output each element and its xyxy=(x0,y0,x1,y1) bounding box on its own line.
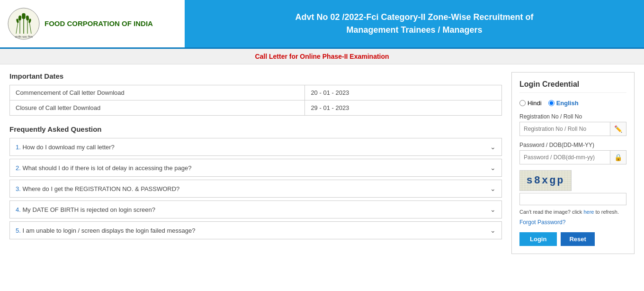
lang-english-radio[interactable] xyxy=(548,100,555,106)
chevron-down-icon: ⌄ xyxy=(490,143,496,151)
date-label: Commencement of Call letter Download xyxy=(10,85,305,100)
main-content: Important Dates Commencement of Call let… xyxy=(0,64,644,262)
reg-input[interactable] xyxy=(520,123,610,135)
login-button[interactable]: Login xyxy=(519,232,557,246)
sub-header-text: Call Letter for Online Phase-II Examinat… xyxy=(255,53,389,60)
lang-hindi-label: Hindi xyxy=(528,100,542,107)
chevron-down-icon: ⌄ xyxy=(490,164,496,172)
pass-label: Password / DOB(DD-MM-YY) xyxy=(519,142,626,148)
lock-icon: 🔒 xyxy=(610,151,626,164)
chevron-down-icon: ⌄ xyxy=(490,206,496,213)
lang-english-label: English xyxy=(556,100,579,107)
org-name: FOOD CORPORATION OF INDIA xyxy=(45,19,153,28)
pass-input[interactable] xyxy=(520,151,610,164)
captcha-area: s8xgp xyxy=(519,170,626,205)
captcha-input[interactable] xyxy=(519,193,626,205)
login-panel: Login Credential Hindi English Registrat… xyxy=(511,72,635,254)
button-row: Login Reset xyxy=(519,232,626,246)
faq-item[interactable]: 4. My DATE OF BIRTH is rejected on login… xyxy=(9,200,502,218)
faq-list: 1. How do I download my call letter?⌄2. … xyxy=(9,138,502,239)
faq-text: 4. My DATE OF BIRTH is rejected on login… xyxy=(16,206,155,213)
header: भारतीय खाद्य निगम FOOD CORPORATION OF IN… xyxy=(0,0,644,49)
chevron-down-icon: ⌄ xyxy=(490,185,496,192)
left-panel: Important Dates Commencement of Call let… xyxy=(9,72,502,254)
captcha-image: s8xgp xyxy=(519,170,572,191)
date-value: 29 - 01 - 2023 xyxy=(305,100,502,116)
lang-english-option[interactable]: English xyxy=(548,100,579,107)
reg-input-row: ✏️ xyxy=(519,122,626,136)
cant-read-text: Can't read the image? click here to refr… xyxy=(519,208,626,216)
faq-text: 5. I am unable to login / screen display… xyxy=(16,227,195,234)
faq-item[interactable]: 2. What should I do if there is lot of d… xyxy=(9,159,502,177)
reset-button[interactable]: Reset xyxy=(561,232,594,246)
fci-emblem-icon: भारतीय खाद्य निगम xyxy=(8,8,40,40)
important-dates-title: Important Dates xyxy=(9,72,502,80)
login-title: Login Credential xyxy=(519,80,626,93)
important-dates-table: Commencement of Call letter Download20 -… xyxy=(9,85,502,116)
faq-item[interactable]: 1. How do I download my call letter?⌄ xyxy=(9,138,502,156)
faq-item[interactable]: 3. Where do I get the REGISTRATION NO. &… xyxy=(9,180,502,198)
faq-text: 2. What should I do if there is lot of d… xyxy=(16,164,191,172)
faq-item[interactable]: 5. I am unable to login / screen display… xyxy=(9,221,502,239)
sub-header-banner: Call Letter for Online Phase-II Examinat… xyxy=(0,49,644,64)
faq-text: 1. How do I download my call letter? xyxy=(16,144,115,151)
date-value: 20 - 01 - 2023 xyxy=(305,85,502,100)
captcha-text: s8xgp xyxy=(526,175,564,187)
svg-text:भारतीय खाद्य निगम: भारतीय खाद्य निगम xyxy=(15,35,33,38)
language-selector: Hindi English xyxy=(519,100,626,107)
header-logo: भारतीय खाद्य निगम FOOD CORPORATION OF IN… xyxy=(0,0,185,47)
refresh-captcha-link[interactable]: here xyxy=(583,209,594,215)
chevron-down-icon: ⌄ xyxy=(490,227,496,234)
table-row: Closure of Call letter Download29 - 01 -… xyxy=(10,100,502,116)
date-label: Closure of Call letter Download xyxy=(10,100,305,116)
table-row: Commencement of Call letter Download20 -… xyxy=(10,85,502,100)
faq-title: Frequently Asked Question xyxy=(9,125,502,133)
forgot-password-link[interactable]: Forgot Password? xyxy=(519,219,626,226)
reg-label: Registration No / Roll No xyxy=(519,113,626,120)
lang-hindi-radio[interactable] xyxy=(519,100,526,106)
edit-icon: ✏️ xyxy=(610,122,626,136)
header-title: Advt No 02 /2022-Fci Category-II Zone-Wi… xyxy=(185,6,644,41)
pass-input-row: 🔒 xyxy=(519,150,626,164)
faq-text: 3. Where do I get the REGISTRATION NO. &… xyxy=(16,185,179,192)
lang-hindi-option[interactable]: Hindi xyxy=(519,100,542,107)
